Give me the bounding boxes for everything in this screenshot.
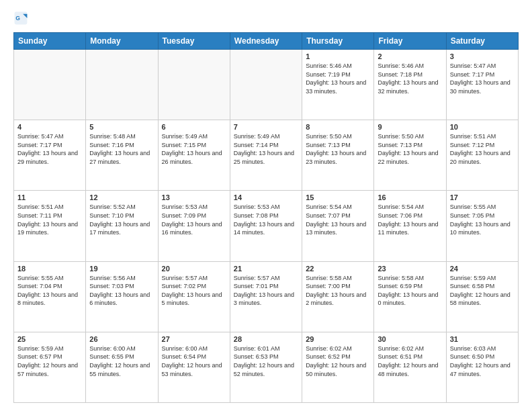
day-number: 11 xyxy=(17,193,82,201)
day-cell: 18 Sunrise: 5:55 AMSunset: 7:04 PMDaylig… xyxy=(14,261,86,332)
day-number: 7 xyxy=(234,123,298,131)
day-number: 30 xyxy=(378,335,442,343)
day-cell xyxy=(230,50,302,120)
day-number: 24 xyxy=(450,265,515,273)
day-cell: 23 Sunrise: 5:58 AMSunset: 6:59 PMDaylig… xyxy=(374,261,446,332)
day-cell: 11 Sunrise: 5:51 AMSunset: 7:11 PMDaylig… xyxy=(14,191,86,261)
day-number: 20 xyxy=(162,265,226,273)
day-info: Sunrise: 5:52 AMSunset: 7:10 PMDaylight:… xyxy=(89,203,154,236)
day-cell: 14 Sunrise: 5:53 AMSunset: 7:08 PMDaylig… xyxy=(230,191,302,261)
day-info: Sunrise: 6:02 AMSunset: 6:52 PMDaylight:… xyxy=(306,345,370,378)
day-number: 6 xyxy=(162,123,226,131)
day-info: Sunrise: 5:46 AMSunset: 7:18 PMDaylight:… xyxy=(378,62,442,95)
day-cell: 21 Sunrise: 5:57 AMSunset: 7:01 PMDaylig… xyxy=(230,261,302,332)
day-info: Sunrise: 5:58 AMSunset: 6:59 PMDaylight:… xyxy=(378,274,442,308)
week-row-2: 11 Sunrise: 5:51 AMSunset: 7:11 PMDaylig… xyxy=(14,191,519,261)
day-cell: 1 Sunrise: 5:46 AMSunset: 7:19 PMDayligh… xyxy=(302,50,374,120)
day-info: Sunrise: 5:54 AMSunset: 7:06 PMDaylight:… xyxy=(378,203,442,236)
week-row-3: 18 Sunrise: 5:55 AMSunset: 7:04 PMDaylig… xyxy=(14,261,519,332)
day-cell: 9 Sunrise: 5:50 AMSunset: 7:13 PMDayligh… xyxy=(374,120,446,191)
day-number: 29 xyxy=(306,335,370,343)
day-info: Sunrise: 5:57 AMSunset: 7:01 PMDaylight:… xyxy=(234,274,298,308)
day-number: 31 xyxy=(450,335,515,343)
day-number: 18 xyxy=(17,265,82,273)
day-cell: 16 Sunrise: 5:54 AMSunset: 7:06 PMDaylig… xyxy=(374,191,446,261)
svg-text:G: G xyxy=(15,15,20,21)
day-cell: 28 Sunrise: 6:01 AMSunset: 6:53 PMDaylig… xyxy=(230,332,302,402)
weekday-header-monday: Monday xyxy=(86,33,158,50)
day-number: 10 xyxy=(450,123,515,131)
day-info: Sunrise: 5:46 AMSunset: 7:19 PMDaylight:… xyxy=(306,62,370,95)
day-cell: 7 Sunrise: 5:49 AMSunset: 7:14 PMDayligh… xyxy=(230,120,302,191)
week-row-1: 4 Sunrise: 5:47 AMSunset: 7:17 PMDayligh… xyxy=(14,120,519,191)
day-number: 22 xyxy=(306,265,370,273)
day-info: Sunrise: 6:03 AMSunset: 6:50 PMDaylight:… xyxy=(450,345,515,378)
day-cell: 8 Sunrise: 5:50 AMSunset: 7:13 PMDayligh… xyxy=(302,120,374,191)
day-info: Sunrise: 5:53 AMSunset: 7:09 PMDaylight:… xyxy=(162,203,226,236)
day-info: Sunrise: 5:59 AMSunset: 6:58 PMDaylight:… xyxy=(450,274,515,308)
day-info: Sunrise: 5:55 AMSunset: 7:04 PMDaylight:… xyxy=(17,274,82,308)
weekday-header-tuesday: Tuesday xyxy=(158,33,230,50)
day-cell: 20 Sunrise: 5:57 AMSunset: 7:02 PMDaylig… xyxy=(158,261,230,332)
day-number: 1 xyxy=(306,52,370,60)
day-cell: 17 Sunrise: 5:55 AMSunset: 7:05 PMDaylig… xyxy=(446,191,518,261)
day-cell: 10 Sunrise: 5:51 AMSunset: 7:12 PMDaylig… xyxy=(446,120,518,191)
day-number: 5 xyxy=(89,123,154,131)
day-info: Sunrise: 5:54 AMSunset: 7:07 PMDaylight:… xyxy=(306,203,370,236)
day-info: Sunrise: 5:49 AMSunset: 7:14 PMDaylight:… xyxy=(234,132,298,166)
day-number: 14 xyxy=(234,193,298,201)
day-cell xyxy=(86,50,158,120)
day-number: 25 xyxy=(17,335,82,343)
day-cell: 12 Sunrise: 5:52 AMSunset: 7:10 PMDaylig… xyxy=(86,191,158,261)
day-info: Sunrise: 5:58 AMSunset: 7:00 PMDaylight:… xyxy=(306,274,370,308)
logo: G xyxy=(13,11,31,26)
day-number: 26 xyxy=(89,335,154,343)
day-info: Sunrise: 6:02 AMSunset: 6:51 PMDaylight:… xyxy=(378,345,442,378)
day-cell: 31 Sunrise: 6:03 AMSunset: 6:50 PMDaylig… xyxy=(446,332,518,402)
weekday-header-saturday: Saturday xyxy=(446,33,518,50)
day-info: Sunrise: 5:56 AMSunset: 7:03 PMDaylight:… xyxy=(89,274,154,308)
day-cell: 27 Sunrise: 6:00 AMSunset: 6:54 PMDaylig… xyxy=(158,332,230,402)
day-number: 2 xyxy=(378,52,442,60)
page: G SundayMondayTuesdayWednesdayThursdayFr… xyxy=(0,0,532,411)
day-number: 15 xyxy=(306,193,370,201)
day-cell: 29 Sunrise: 6:02 AMSunset: 6:52 PMDaylig… xyxy=(302,332,374,402)
day-info: Sunrise: 5:59 AMSunset: 6:57 PMDaylight:… xyxy=(17,345,82,378)
day-number: 19 xyxy=(89,265,154,273)
day-info: Sunrise: 6:00 AMSunset: 6:54 PMDaylight:… xyxy=(162,345,226,378)
day-info: Sunrise: 5:47 AMSunset: 7:17 PMDaylight:… xyxy=(17,132,82,166)
weekday-header-thursday: Thursday xyxy=(302,33,374,50)
day-number: 17 xyxy=(450,193,515,201)
day-cell: 19 Sunrise: 5:56 AMSunset: 7:03 PMDaylig… xyxy=(86,261,158,332)
day-cell: 25 Sunrise: 5:59 AMSunset: 6:57 PMDaylig… xyxy=(14,332,86,402)
day-info: Sunrise: 5:51 AMSunset: 7:11 PMDaylight:… xyxy=(17,203,82,236)
weekday-header-wednesday: Wednesday xyxy=(230,33,302,50)
week-row-4: 25 Sunrise: 5:59 AMSunset: 6:57 PMDaylig… xyxy=(14,332,519,402)
day-cell: 15 Sunrise: 5:54 AMSunset: 7:07 PMDaylig… xyxy=(302,191,374,261)
day-number: 3 xyxy=(450,52,515,60)
day-info: Sunrise: 5:47 AMSunset: 7:17 PMDaylight:… xyxy=(450,62,515,95)
day-number: 8 xyxy=(306,123,370,131)
day-cell: 26 Sunrise: 6:00 AMSunset: 6:55 PMDaylig… xyxy=(86,332,158,402)
day-info: Sunrise: 5:50 AMSunset: 7:13 PMDaylight:… xyxy=(306,132,370,166)
logo-icon: G xyxy=(13,11,28,26)
day-info: Sunrise: 5:49 AMSunset: 7:15 PMDaylight:… xyxy=(162,132,226,166)
weekday-header-sunday: Sunday xyxy=(14,33,86,50)
week-row-0: 1 Sunrise: 5:46 AMSunset: 7:19 PMDayligh… xyxy=(14,50,519,120)
header: G xyxy=(13,11,519,26)
calendar: SundayMondayTuesdayWednesdayThursdayFrid… xyxy=(13,32,519,403)
day-info: Sunrise: 6:00 AMSunset: 6:55 PMDaylight:… xyxy=(89,345,154,378)
day-info: Sunrise: 5:48 AMSunset: 7:16 PMDaylight:… xyxy=(89,132,154,166)
day-cell: 22 Sunrise: 5:58 AMSunset: 7:00 PMDaylig… xyxy=(302,261,374,332)
day-cell: 6 Sunrise: 5:49 AMSunset: 7:15 PMDayligh… xyxy=(158,120,230,191)
day-cell: 30 Sunrise: 6:02 AMSunset: 6:51 PMDaylig… xyxy=(374,332,446,402)
day-number: 23 xyxy=(378,265,442,273)
day-number: 12 xyxy=(89,193,154,201)
day-info: Sunrise: 5:53 AMSunset: 7:08 PMDaylight:… xyxy=(234,203,298,236)
day-cell xyxy=(158,50,230,120)
day-number: 4 xyxy=(17,123,82,131)
day-info: Sunrise: 5:51 AMSunset: 7:12 PMDaylight:… xyxy=(450,132,515,166)
day-number: 28 xyxy=(234,335,298,343)
day-info: Sunrise: 5:50 AMSunset: 7:13 PMDaylight:… xyxy=(378,132,442,166)
weekday-header-friday: Friday xyxy=(374,33,446,50)
